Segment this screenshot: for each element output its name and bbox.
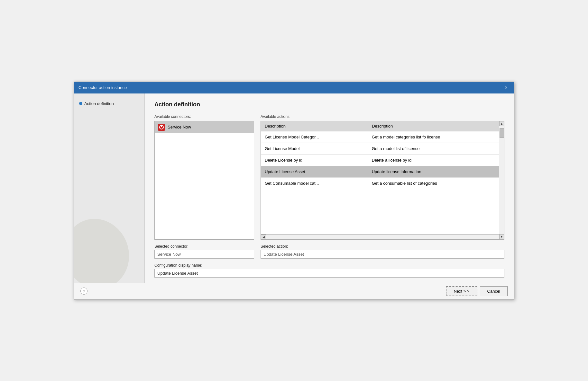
- horizontal-scrollbar[interactable]: ◀ ▶: [261, 234, 504, 239]
- selected-connector-input[interactable]: [154, 250, 254, 259]
- help-button[interactable]: ?: [80, 288, 87, 295]
- table-row[interactable]: Get Consumable model cat... Get a consum…: [261, 177, 504, 189]
- action-col1: Delete License by id: [261, 154, 368, 166]
- scroll-track: [500, 127, 504, 234]
- footer-left: ?: [80, 288, 87, 295]
- selected-action-group: Selected action:: [261, 244, 504, 259]
- actions-table-wrap: Description Description Get License Mode…: [261, 121, 504, 240]
- col-header-description1: Description: [261, 121, 368, 131]
- connectors-list: Service Now: [154, 121, 254, 240]
- table-row[interactable]: Get License Model Categor... Get a model…: [261, 131, 504, 143]
- action-col2: Get a model categories list fo license: [368, 131, 504, 143]
- hscroll-track: [266, 235, 499, 239]
- dialog-title: Connector action instance: [78, 85, 127, 90]
- power-icon: [159, 125, 164, 129]
- service-now-icon: [158, 124, 165, 131]
- sidebar-item-label: Action definition: [84, 101, 114, 106]
- scroll-thumb[interactable]: [500, 128, 504, 138]
- titlebar: Connector action instance ×: [74, 82, 514, 93]
- footer: ? Next > > Cancel: [74, 283, 514, 299]
- connector-item-servicenow[interactable]: Service Now: [155, 121, 254, 133]
- actions-data-table: Description Description Get License Mode…: [261, 121, 504, 189]
- action-col2: Delete a license by id: [368, 154, 504, 166]
- footer-right: Next > > Cancel: [446, 286, 508, 296]
- table-row[interactable]: Get License Model Get a model list of li…: [261, 143, 504, 154]
- main-content: Action definition Available connectors: …: [145, 93, 514, 283]
- available-connectors-label: Available connectors:: [154, 114, 254, 119]
- sidebar-dot: [79, 102, 82, 105]
- close-button[interactable]: ×: [503, 84, 510, 91]
- col-header-description2: Description: [368, 121, 504, 131]
- page-title: Action definition: [154, 101, 504, 108]
- cancel-button[interactable]: Cancel: [480, 286, 508, 296]
- dialog: Connector action instance × Action defin…: [74, 82, 514, 300]
- selected-action-label: Selected action:: [261, 244, 504, 249]
- action-col1: Update License Asset: [261, 166, 368, 177]
- sidebar: Action definition: [74, 93, 145, 283]
- connector-name: Service Now: [168, 125, 191, 129]
- content-area: Action definition Action definition Avai…: [74, 93, 514, 283]
- config-display-name-input[interactable]: [154, 269, 504, 278]
- action-col2: Update license information: [368, 166, 504, 177]
- config-display-name-label: Configuration display name:: [154, 263, 504, 268]
- table-row[interactable]: Delete License by id Delete a license by…: [261, 154, 504, 166]
- available-actions-label: Available actions:: [261, 114, 504, 119]
- sidebar-decoration: [74, 209, 139, 283]
- next-button[interactable]: Next > >: [446, 286, 477, 296]
- left-panel: Available connectors: Service Now: [154, 114, 254, 240]
- actions-table: Description Description Get License Mode…: [261, 121, 504, 234]
- vertical-scrollbar[interactable]: ▲ ▼: [499, 121, 504, 239]
- scroll-down-arrow[interactable]: ▼: [499, 234, 504, 239]
- selected-connector-group: Selected connector:: [154, 244, 254, 259]
- action-col2: Get a consumable list of categories: [368, 177, 504, 189]
- selected-connector-label: Selected connector:: [154, 244, 254, 249]
- action-col1: Get License Model Categor...: [261, 131, 368, 143]
- action-col1: Get License Model: [261, 143, 368, 154]
- action-col2: Get a model list of license: [368, 143, 504, 154]
- sidebar-item-action-definition[interactable]: Action definition: [77, 100, 141, 107]
- two-columns: Available connectors: Service Now Availa…: [154, 114, 504, 240]
- right-panel: Available actions: Description Descripti…: [261, 114, 504, 240]
- selected-action-input[interactable]: [261, 250, 504, 259]
- scroll-up-arrow[interactable]: ▲: [499, 121, 504, 126]
- action-col1: Get Consumable model cat...: [261, 177, 368, 189]
- config-section: Configuration display name:: [154, 263, 504, 278]
- scroll-left-arrow[interactable]: ◀: [261, 235, 266, 240]
- selected-fields-row: Selected connector: Selected action:: [154, 244, 504, 259]
- table-row[interactable]: Update License Asset Update license info…: [261, 166, 504, 177]
